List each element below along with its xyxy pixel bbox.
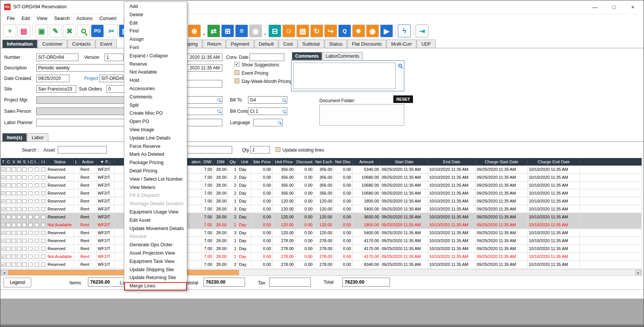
column-header-unit[interactable]: Unit [238, 158, 251, 166]
row-checkbox-x[interactable] [12, 215, 16, 219]
row-checkbox-c[interactable] [6, 231, 11, 235]
row-checkbox-c[interactable] [6, 199, 11, 203]
asset-search-input[interactable] [58, 146, 107, 154]
save-icon[interactable]: ▣ [35, 25, 48, 37]
row-checkbox-i[interactable] [35, 207, 39, 211]
column-header-i-c[interactable]: I.C [27, 158, 34, 166]
row-checkbox-s[interactable] [22, 247, 26, 251]
row-checkbox-m[interactable] [17, 199, 21, 203]
table-row-11[interactable]: ✓ReservedRentWF1IT7.0028.001Day0.00278.0… [1, 245, 642, 253]
number-field[interactable]: SIT-ORD#94 [36, 54, 79, 61]
row-checkbox-m[interactable] [17, 191, 21, 195]
context-menu-item-view-meters[interactable]: View Meters [124, 184, 187, 192]
row-checkbox-i-i[interactable] [41, 263, 45, 267]
row-checkbox-x[interactable] [12, 263, 16, 267]
row-checkbox-c[interactable] [6, 183, 11, 187]
sub-orders-field[interactable]: 0 [106, 85, 125, 93]
row-checkbox-s[interactable] [22, 183, 26, 187]
row-checkbox-m[interactable] [17, 167, 21, 172]
row-checkbox-t[interactable]: ✓ [1, 167, 5, 172]
cart-dropdown-icon[interactable]: ▾ [202, 25, 206, 37]
row-checkbox-i[interactable] [35, 239, 39, 243]
row-checkbox-t[interactable]: ✓ [1, 207, 5, 211]
row-checkbox-c[interactable] [6, 191, 11, 195]
add-to-cart-icon[interactable]: ⊕ [188, 25, 201, 37]
row-checkbox-i-c[interactable] [28, 215, 32, 219]
row-checkbox-i[interactable] [35, 215, 39, 219]
update-existing-lines-checkbox[interactable] [276, 147, 280, 152]
truck-icon[interactable]: ▶ [380, 25, 393, 37]
row-checkbox-t[interactable]: ✓ [1, 175, 5, 180]
tab-return[interactable]: Return [203, 40, 226, 48]
maximize-button[interactable]: □ [607, 3, 620, 12]
row-checkbox-i-c[interactable] [28, 199, 32, 203]
print-icon[interactable]: ▤ [17, 25, 30, 37]
context-menu-item-update-shipping-site[interactable]: Update Shipping Site [124, 266, 187, 274]
row-checkbox-x[interactable] [12, 191, 16, 195]
row-checkbox-x[interactable] [12, 199, 16, 203]
tab-contacts[interactable]: Contacts [68, 40, 95, 48]
column-header-net-each[interactable]: Net Each [314, 158, 334, 166]
tab-default[interactable]: Default [254, 40, 279, 48]
row-checkbox-x[interactable] [12, 247, 16, 251]
table-row-12[interactable]: ✓Not AvailableRentWF1IT7.0028.001Day0.00… [1, 253, 642, 261]
row-checkbox-s[interactable] [22, 175, 26, 180]
row-checkbox-i-i[interactable] [41, 239, 45, 243]
camera-icon[interactable]: ◉ [249, 25, 262, 37]
row-checkbox-t[interactable]: ✓ [1, 263, 5, 267]
row-checkbox-i-i[interactable] [41, 215, 45, 219]
lightning-icon[interactable]: ϟ [398, 25, 411, 37]
menubar-item-view[interactable]: View [33, 14, 51, 23]
column-header-charge-start-date[interactable]: Charge Start Date [476, 158, 528, 166]
date-created-field[interactable]: 09/25/2020 [36, 75, 69, 82]
column-header-diw[interactable]: DIW [202, 158, 214, 166]
row-checkbox-t[interactable]: ✓ [1, 239, 5, 243]
context-menu-item-font[interactable]: Font [124, 44, 187, 52]
bill-to-lookup-icon[interactable] [282, 98, 285, 101]
sales-person-field[interactable] [36, 107, 126, 115]
row-checkbox-c[interactable] [6, 263, 11, 267]
row-checkbox-i-c[interactable] [28, 167, 32, 172]
horizontal-scrollbar[interactable]: ◄ ► [1, 269, 642, 276]
ship-contact-lookup-icon[interactable] [217, 110, 220, 113]
row-checkbox-s[interactable] [22, 167, 26, 172]
column-header-c[interactable]: C [6, 158, 11, 166]
scroll-right-button[interactable]: ► [635, 270, 641, 275]
tab-status[interactable]: Status [325, 40, 347, 48]
row-checkbox-i-i[interactable] [41, 167, 45, 172]
row-checkbox-t[interactable]: ✓ [1, 199, 5, 203]
context-menu-item-update-line-details[interactable]: Update Line Details [124, 134, 187, 143]
minimize-button[interactable]: — [589, 3, 601, 12]
column-header-net-disc[interactable]: Net Disc [334, 158, 353, 166]
tab-flat-discounts[interactable]: Flat Discounts [347, 40, 386, 48]
row-checkbox-c[interactable] [6, 215, 11, 219]
row-checkbox-i-c[interactable] [28, 247, 32, 251]
row-checkbox-i-i[interactable] [41, 207, 45, 211]
version-field[interactable]: 1 [105, 54, 123, 61]
tab-subtotal[interactable]: Subtotal [298, 40, 324, 48]
comments-box[interactable] [291, 60, 404, 91]
row-checkbox-t[interactable]: ✓ [1, 223, 5, 227]
row-checkbox-c[interactable] [6, 223, 11, 227]
row-checkbox-m[interactable] [17, 239, 21, 243]
table-row-4[interactable]: ✓ReservedRentWF2IT7.0028.002Day0.00356.0… [1, 189, 642, 197]
row-checkbox-t[interactable]: ✓ [1, 247, 5, 251]
row-checkbox-i-i[interactable] [41, 183, 45, 187]
table-row-10[interactable]: ✓ReservedRentWF1IT7.0028.001Day0.00278.0… [1, 237, 642, 245]
row-checkbox-i-c[interactable] [28, 191, 32, 195]
row-checkbox-s[interactable] [22, 223, 26, 227]
tab-item-s[interactable]: Item(s) [2, 133, 27, 141]
row-checkbox-i-c[interactable] [28, 263, 32, 267]
row-checkbox-i[interactable] [35, 167, 39, 172]
row-checkbox-i[interactable] [35, 223, 39, 227]
row-checkbox-i-i[interactable] [41, 191, 45, 195]
context-menu-item-update-movement-details[interactable]: Update Movement Details [124, 225, 187, 233]
context-menu-item-delete[interactable]: Delete [124, 11, 187, 19]
row-checkbox-m[interactable] [17, 215, 21, 219]
menubar-item-actions[interactable]: Actions [73, 14, 96, 23]
row-checkbox-s[interactable] [22, 239, 26, 243]
comments-bubble-icon[interactable]: ≡ [235, 25, 248, 37]
row-checkbox-c[interactable] [6, 175, 11, 180]
table-row-6[interactable]: ✓ReservedRentWF2IT7.0028.003Day0.00120.0… [1, 205, 642, 213]
row-checkbox-i-c[interactable] [28, 239, 32, 243]
